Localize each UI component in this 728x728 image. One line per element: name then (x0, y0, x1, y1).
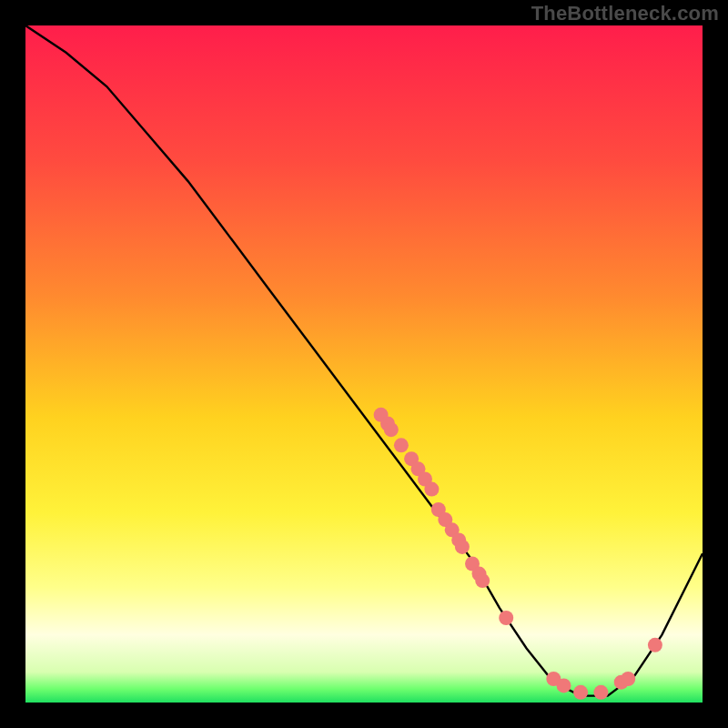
data-point (573, 685, 588, 700)
data-point (648, 638, 662, 652)
data-point (557, 678, 571, 693)
data-point (499, 611, 513, 625)
data-point (455, 540, 470, 554)
bottleneck-chart (0, 0, 728, 728)
data-point (621, 672, 635, 686)
chart-frame: { "watermark": "TheBottleneck.com", "plo… (0, 0, 728, 728)
data-point (384, 422, 399, 437)
data-point (475, 573, 490, 588)
data-point (394, 438, 409, 452)
data-point (424, 482, 439, 497)
plot-background (25, 25, 703, 703)
data-point (593, 685, 608, 700)
